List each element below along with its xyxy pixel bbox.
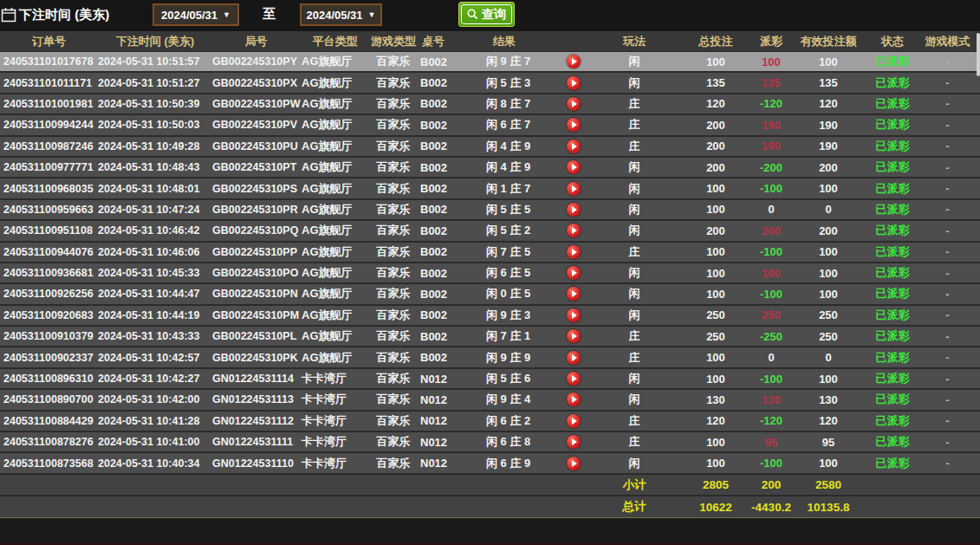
replay-video-icon[interactable] [567,203,581,217]
cell-replay [554,263,593,282]
cell-play-type: 庄 [593,94,676,114]
table-row[interactable]: 2405311009206832024-05-31 10:44:19GB0022… [0,306,980,327]
cell-game-mode: - [915,178,980,198]
table-body: 2405311010176782024-05-31 10:51:57GB0022… [0,52,980,475]
replay-video-icon[interactable] [567,224,581,237]
cell-status: 已派彩 [870,52,915,71]
replay-video-icon[interactable] [567,372,581,386]
table-row[interactable]: 2405311008844292024-05-31 10:41:28GN0122… [0,412,980,432]
table-row[interactable]: 2405311009680352024-05-31 10:48:01GB0022… [0,178,980,199]
cell-replay [554,94,593,114]
cell-game-mode: - [915,369,980,388]
cell-platform-type: 卡卡湾厅 [300,390,370,409]
replay-video-icon[interactable] [567,287,581,301]
cell-round-id: GN01224531112 [212,412,300,431]
table-row[interactable]: 2405311008907002024-05-31 10:42:00GN0122… [0,390,980,411]
cell-valid-bet: 135 [787,73,870,92]
cell-order-id: 240531100884429 [0,412,98,431]
date-to-select[interactable]: 2024/05/31 ▼ [300,3,382,26]
table-row[interactable]: 2405311010019812024-05-31 10:50:39GB0022… [0,94,980,115]
cell-bet-time: 2024-05-31 10:50:03 [98,115,212,134]
cell-platform-type: AG旗舰厅 [300,52,370,71]
cell-play-type: 庄 [593,432,676,451]
cell-game-mode: - [915,200,980,219]
cell-total-bet: 120 [676,412,756,431]
replay-video-icon[interactable] [567,245,581,259]
vertical-scrollbar-thumb[interactable] [977,33,980,76]
cell-replay [554,369,593,388]
cell-table-no: N012 [417,369,467,388]
replay-video-icon[interactable] [567,55,581,68]
replay-video-icon[interactable] [567,118,581,132]
table-row[interactable]: 2405311009262562024-05-31 10:44:47GB0022… [0,284,980,305]
cell-status: 已派彩 [870,369,915,388]
cell-game-mode: - [915,284,980,303]
cell-status: 已派彩 [870,200,915,219]
replay-video-icon[interactable] [567,182,581,196]
replay-video-icon[interactable] [567,351,581,365]
replay-video-icon[interactable] [567,76,581,90]
cell-status: 已派彩 [870,347,915,367]
table-row[interactable]: 2405311010111712024-05-31 10:51:27GB0022… [0,73,980,94]
cell-table-no: B002 [417,243,467,262]
table-row[interactable]: 2405311009872462024-05-31 10:49:28GB0022… [0,137,980,158]
query-button[interactable]: 查询 [458,2,515,27]
cell-table-no: B002 [417,263,467,282]
date-range-to-label: 至 [263,6,276,23]
table-row[interactable]: 2405311009777712024-05-31 10:48:43GB0022… [0,158,980,178]
cell-play-type: 闲 [593,263,676,282]
cell-total-bet: 120 [676,94,756,114]
replay-video-icon[interactable] [567,97,581,111]
subtotal-total-bet: 2805 [676,475,756,495]
table-row[interactable]: 2405311009023372024-05-31 10:42:57GB0022… [0,347,980,368]
cell-total-bet: 100 [676,52,756,71]
cell-valid-bet: 0 [787,200,870,219]
table-row[interactable]: 2405311008735682024-05-31 10:40:34GN0122… [0,453,980,474]
table-row[interactable]: 2405311009440762024-05-31 10:46:06GB0022… [0,243,980,263]
replay-video-icon[interactable] [567,393,581,406]
cell-replay [554,327,593,346]
replay-video-icon[interactable] [567,266,581,280]
date-from-select[interactable]: 2024/05/31 ▼ [153,3,239,26]
cell-game-mode: - [915,390,980,409]
cell-payout: 0 [756,347,787,367]
cell-game-type: 百家乐 [370,369,417,388]
table-row[interactable]: 2405311010176782024-05-31 10:51:57GB0022… [0,52,980,73]
cell-total-bet: 100 [676,263,756,282]
table-row[interactable]: 2405311009511082024-05-31 10:46:42GB0022… [0,221,980,242]
cell-table-no: B002 [417,52,467,71]
table-row[interactable]: 2405311009942442024-05-31 10:50:03GB0022… [0,115,980,136]
replay-video-icon[interactable] [567,329,581,343]
table-row[interactable]: 2405311009103792024-05-31 10:43:33GB0022… [0,327,980,347]
replay-video-icon[interactable] [567,414,581,428]
table-row[interactable]: 2405311008963102024-05-31 10:42:27GN0122… [0,369,980,390]
cell-round-id: GB002245310PK [212,347,300,367]
replay-video-icon[interactable] [567,160,581,174]
cell-result: 闲 6 庄 8 [467,432,554,451]
replay-video-icon[interactable] [567,308,581,322]
table-row[interactable]: 2405311008782762024-05-31 10:41:00GN0122… [0,432,980,453]
cell-play-type: 闲 [593,221,676,240]
table-row[interactable]: 2405311009366812024-05-31 10:45:33GB0022… [0,263,980,284]
cell-platform-type: 卡卡湾厅 [300,432,370,451]
cell-game-mode: - [915,243,980,262]
cell-payout: 100 [756,263,787,282]
replay-video-icon[interactable] [567,435,581,449]
cell-valid-bet: 250 [787,327,870,346]
cell-round-id: GN01224531111 [212,432,300,451]
replay-video-icon[interactable] [567,457,581,470]
cell-status: 已派彩 [870,306,915,325]
cell-platform-type: AG旗舰厅 [300,73,370,92]
cell-result: 闲 6 庄 2 [467,412,554,431]
cell-platform-type: AG旗舰厅 [300,115,370,134]
replay-video-icon[interactable] [567,139,581,153]
total-spacer [0,496,593,517]
cell-round-id: GB002245310PT [212,158,300,177]
cell-valid-bet: 0 [787,347,870,367]
table-row[interactable]: 2405311009596632024-05-31 10:47:24GB0022… [0,200,980,221]
cell-round-id: GN01224531113 [212,390,300,409]
cell-result: 闲 6 庄 9 [467,453,554,472]
cell-platform-type: AG旗舰厅 [300,221,370,240]
cell-play-type: 庄 [593,327,676,346]
cell-play-type: 闲 [593,453,676,472]
